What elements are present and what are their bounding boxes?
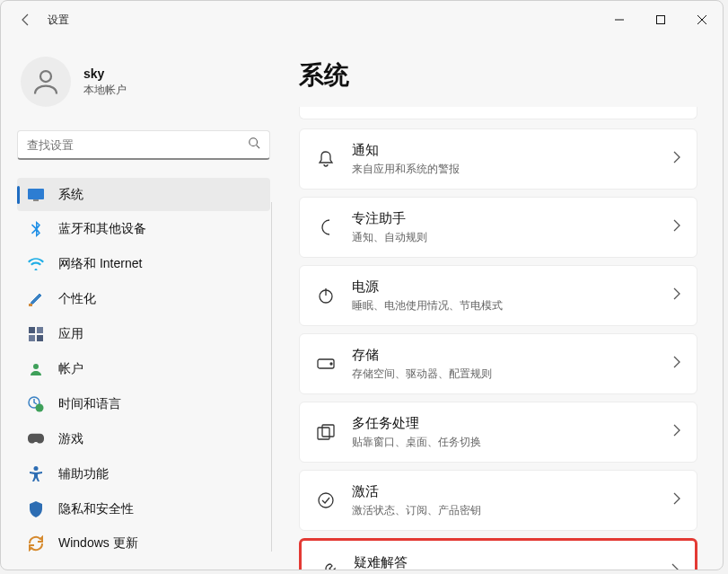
card-text: 疑难解答 建议的疑难解答、首选项和历史记录	[354, 554, 655, 570]
sidebar-divider	[271, 202, 272, 552]
user-type: 本地帐户	[83, 83, 127, 98]
sidebar-item-label: 隐私和安全性	[58, 501, 134, 517]
svg-rect-13	[37, 335, 43, 341]
card-text: 多任务处理 贴靠窗口、桌面、任务切换	[352, 415, 657, 450]
sidebar-item-label: 个性化	[58, 291, 96, 307]
window-controls	[599, 5, 723, 34]
sidebar-item-system[interactable]: 系统	[17, 178, 270, 211]
moon-icon	[316, 217, 336, 237]
sidebar-item-privacy[interactable]: 隐私和安全性	[17, 492, 270, 525]
storage-icon	[316, 354, 336, 374]
card-subtitle: 睡眠、电池使用情况、节电模式	[352, 298, 657, 313]
card-title: 激活	[352, 483, 657, 500]
card-power[interactable]: 电源 睡眠、电池使用情况、节电模式	[299, 265, 697, 326]
card-subtitle: 存储空间、驱动器、配置规则	[352, 366, 657, 382]
svg-rect-12	[29, 335, 35, 341]
clock-globe-icon	[28, 396, 44, 412]
settings-window: 设置 sky 本地帐户	[0, 0, 724, 570]
card-text: 通知 来自应用和系统的警报	[352, 142, 657, 177]
brush-icon	[28, 291, 44, 307]
card-subtitle: 贴靠窗口、桌面、任务切换	[352, 435, 657, 450]
card-text: 存储 存储空间、驱动器、配置规则	[352, 347, 657, 382]
accessibility-icon	[28, 466, 44, 482]
card-storage[interactable]: 存储 存储空间、驱动器、配置规则	[299, 333, 697, 394]
wrench-icon	[318, 561, 338, 570]
svg-point-14	[33, 364, 39, 369]
sidebar-item-bluetooth[interactable]: 蓝牙和其他设备	[17, 213, 270, 246]
card-title: 多任务处理	[352, 415, 657, 432]
bell-icon	[316, 149, 336, 169]
svg-rect-1	[657, 16, 665, 24]
window-body: sky 本地帐户 系统 蓝牙和其他设备	[1, 39, 723, 570]
chevron-right-icon	[673, 287, 680, 304]
card-subtitle: 来自应用和系统的警报	[352, 162, 657, 177]
svg-rect-7	[28, 189, 44, 199]
sidebar-item-label: 系统	[58, 187, 83, 203]
user-profile[interactable]: sky 本地帐户	[17, 39, 270, 125]
svg-point-24	[319, 493, 333, 508]
card-title: 专注助手	[352, 210, 657, 227]
sidebar-item-label: 蓝牙和其他设备	[58, 221, 146, 237]
card-notifications[interactable]: 通知 来自应用和系统的警报	[299, 128, 697, 190]
chevron-right-icon	[673, 492, 680, 508]
window-title: 设置	[48, 13, 69, 28]
sidebar-item-accounts[interactable]: 帐户	[17, 353, 270, 386]
power-icon	[316, 286, 336, 305]
sidebar: sky 本地帐户 系统 蓝牙和其他设备	[1, 39, 276, 570]
card-multitasking[interactable]: 多任务处理 贴靠窗口、桌面、任务切换	[299, 402, 697, 463]
sidebar-item-label: 时间和语言	[58, 396, 121, 412]
titlebar: 设置	[1, 1, 723, 39]
card-title: 存储	[352, 347, 657, 364]
sidebar-item-apps[interactable]: 应用	[17, 318, 270, 351]
svg-point-21	[330, 363, 332, 365]
card-activation[interactable]: 激活 激活状态、订阅、产品密钥	[299, 470, 697, 531]
card-text: 激活 激活状态、订阅、产品密钥	[352, 483, 657, 518]
sidebar-item-network[interactable]: 网络和 Internet	[17, 248, 270, 281]
svg-rect-22	[318, 428, 329, 439]
card-focus-assist[interactable]: 专注助手 通知、自动规则	[299, 197, 697, 258]
sidebar-item-personalization[interactable]: 个性化	[17, 283, 270, 316]
card-partial-top[interactable]	[299, 107, 697, 119]
sidebar-item-time-language[interactable]: 时间和语言	[17, 387, 270, 420]
user-info: sky 本地帐户	[83, 66, 127, 98]
close-button[interactable]	[681, 5, 723, 34]
search-input[interactable]	[27, 138, 248, 152]
card-title: 疑难解答	[354, 554, 655, 570]
svg-line-6	[257, 146, 260, 149]
minimize-button[interactable]	[599, 5, 640, 34]
gamepad-icon	[28, 431, 44, 447]
search-box[interactable]	[17, 130, 270, 160]
svg-rect-10	[29, 327, 35, 333]
update-icon	[28, 535, 44, 552]
svg-point-5	[250, 138, 258, 146]
multitask-icon	[316, 422, 336, 442]
sidebar-item-gaming[interactable]: 游戏	[17, 422, 270, 455]
svg-point-4	[40, 71, 51, 82]
sidebar-item-label: 游戏	[58, 431, 83, 447]
svg-point-17	[34, 466, 39, 471]
card-text: 电源 睡眠、电池使用情况、节电模式	[352, 278, 657, 313]
chevron-right-icon	[673, 219, 680, 235]
person-icon	[28, 361, 44, 377]
user-name: sky	[83, 66, 127, 81]
display-icon	[28, 187, 44, 203]
sidebar-item-update[interactable]: Windows 更新	[17, 527, 270, 561]
maximize-button[interactable]	[640, 5, 681, 34]
bluetooth-icon	[28, 221, 44, 237]
sidebar-item-label: 帐户	[58, 361, 83, 377]
svg-point-16	[36, 403, 44, 411]
apps-icon	[28, 326, 44, 342]
chevron-right-icon	[673, 356, 680, 372]
wifi-icon	[28, 256, 44, 272]
shield-icon	[28, 501, 44, 517]
sidebar-item-accessibility[interactable]: 辅助功能	[17, 457, 270, 490]
back-button[interactable]	[10, 4, 42, 36]
chevron-right-icon	[671, 563, 679, 570]
sidebar-item-label: 辅助功能	[58, 466, 109, 482]
svg-rect-23	[322, 425, 334, 437]
search-icon	[248, 137, 260, 153]
chevron-right-icon	[673, 424, 680, 440]
card-text: 专注助手 通知、自动规则	[352, 210, 657, 245]
card-troubleshoot[interactable]: 疑难解答 建议的疑难解答、首选项和历史记录	[299, 538, 697, 570]
sidebar-item-label: 网络和 Internet	[58, 256, 142, 272]
